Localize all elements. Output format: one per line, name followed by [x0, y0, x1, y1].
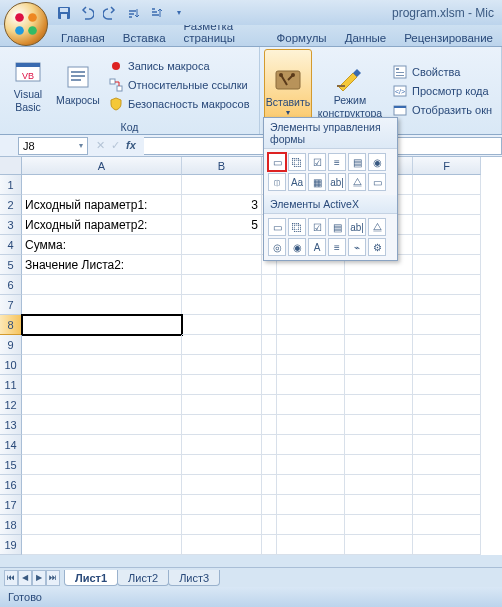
cell[interactable]: [345, 455, 413, 475]
control-item[interactable]: ◉: [288, 238, 306, 256]
cell[interactable]: [413, 495, 481, 515]
row-header[interactable]: 17: [0, 495, 22, 515]
column-header[interactable]: F: [413, 157, 481, 175]
control-item[interactable]: ▦: [308, 173, 326, 191]
cancel-formula-icon[interactable]: ✕: [96, 139, 105, 152]
view-code-button[interactable]: </>Просмотр кода: [388, 82, 496, 100]
row-header[interactable]: 15: [0, 455, 22, 475]
row-header[interactable]: 8: [0, 315, 22, 335]
control-item[interactable]: ◉: [368, 153, 386, 171]
cell[interactable]: [22, 355, 182, 375]
control-item[interactable]: ab|: [348, 218, 366, 236]
cell[interactable]: [277, 515, 345, 535]
control-item[interactable]: ⎅: [268, 173, 286, 191]
cell[interactable]: [277, 335, 345, 355]
control-item[interactable]: ▤: [348, 153, 366, 171]
control-item[interactable]: ▭: [368, 173, 386, 191]
row-header[interactable]: 18: [0, 515, 22, 535]
cell[interactable]: [182, 295, 262, 315]
cell[interactable]: [262, 515, 277, 535]
cell[interactable]: [22, 375, 182, 395]
control-item[interactable]: ab|: [328, 173, 346, 191]
control-item[interactable]: ⿻: [288, 218, 306, 236]
cell[interactable]: [413, 255, 481, 275]
enter-formula-icon[interactable]: ✓: [111, 139, 120, 152]
cell[interactable]: [22, 515, 182, 535]
row-header[interactable]: 6: [0, 275, 22, 295]
cell[interactable]: [413, 415, 481, 435]
cell[interactable]: [277, 315, 345, 335]
row-header[interactable]: 14: [0, 435, 22, 455]
cell[interactable]: [262, 375, 277, 395]
cell[interactable]: [345, 295, 413, 315]
cell[interactable]: Исходный параметр1:: [22, 195, 182, 215]
sheet-nav-prev-icon[interactable]: ◀: [18, 570, 32, 586]
control-item[interactable]: ≡: [328, 238, 346, 256]
cell[interactable]: 3: [182, 195, 262, 215]
cell[interactable]: [182, 275, 262, 295]
cell[interactable]: [262, 335, 277, 355]
cell[interactable]: [182, 315, 262, 335]
ribbon-tab[interactable]: Данные: [336, 29, 396, 46]
control-item[interactable]: ⿻: [288, 153, 306, 171]
row-header[interactable]: 5: [0, 255, 22, 275]
sheet-nav-next-icon[interactable]: ▶: [32, 570, 46, 586]
cell[interactable]: [413, 395, 481, 415]
sheet-tab[interactable]: Лист2: [117, 570, 169, 586]
row-header[interactable]: 1: [0, 175, 22, 195]
cell[interactable]: [22, 275, 182, 295]
cell[interactable]: [182, 175, 262, 195]
cell[interactable]: [277, 375, 345, 395]
cell[interactable]: [182, 335, 262, 355]
cell[interactable]: [22, 475, 182, 495]
control-item[interactable]: ▭: [268, 218, 286, 236]
row-header[interactable]: 9: [0, 335, 22, 355]
control-item[interactable]: ☑: [308, 153, 326, 171]
cell[interactable]: [345, 315, 413, 335]
column-header[interactable]: B: [182, 157, 262, 175]
cell[interactable]: [182, 435, 262, 455]
cell[interactable]: [413, 355, 481, 375]
cell[interactable]: [277, 415, 345, 435]
control-item[interactable]: ▤: [328, 218, 346, 236]
cell[interactable]: [182, 415, 262, 435]
cell[interactable]: [413, 295, 481, 315]
cell[interactable]: [277, 295, 345, 315]
control-item[interactable]: ▭: [268, 153, 286, 171]
control-item[interactable]: ⚙: [368, 238, 386, 256]
control-item[interactable]: ☑: [308, 218, 326, 236]
cell[interactable]: [413, 235, 481, 255]
cell[interactable]: [413, 435, 481, 455]
cell[interactable]: [345, 415, 413, 435]
cell[interactable]: [262, 295, 277, 315]
row-header[interactable]: 10: [0, 355, 22, 375]
cell[interactable]: [277, 435, 345, 455]
ribbon-tab[interactable]: Формулы: [268, 29, 336, 46]
cell[interactable]: [262, 535, 277, 555]
cell[interactable]: [182, 235, 262, 255]
cell[interactable]: [22, 495, 182, 515]
sheet-tab[interactable]: Лист3: [168, 570, 220, 586]
cell[interactable]: [277, 355, 345, 375]
cell[interactable]: [262, 415, 277, 435]
cell[interactable]: [22, 455, 182, 475]
row-header[interactable]: 16: [0, 475, 22, 495]
row-header[interactable]: 3: [0, 215, 22, 235]
save-icon[interactable]: [54, 3, 74, 23]
cell[interactable]: [182, 395, 262, 415]
qat-customize-icon[interactable]: ▾: [169, 3, 189, 23]
cell[interactable]: [22, 535, 182, 555]
cell[interactable]: [413, 515, 481, 535]
cell[interactable]: [182, 535, 262, 555]
run-dialog-button[interactable]: Отобразить окн: [388, 101, 496, 119]
control-item[interactable]: A: [308, 238, 326, 256]
ribbon-tab[interactable]: Главная: [52, 29, 114, 46]
control-item[interactable]: ≡: [328, 153, 346, 171]
cell[interactable]: [22, 335, 182, 355]
cell[interactable]: [413, 195, 481, 215]
cell[interactable]: [277, 275, 345, 295]
row-header[interactable]: 19: [0, 535, 22, 555]
cell[interactable]: [345, 435, 413, 455]
cell[interactable]: [345, 375, 413, 395]
sort-asc-icon[interactable]: [123, 3, 143, 23]
